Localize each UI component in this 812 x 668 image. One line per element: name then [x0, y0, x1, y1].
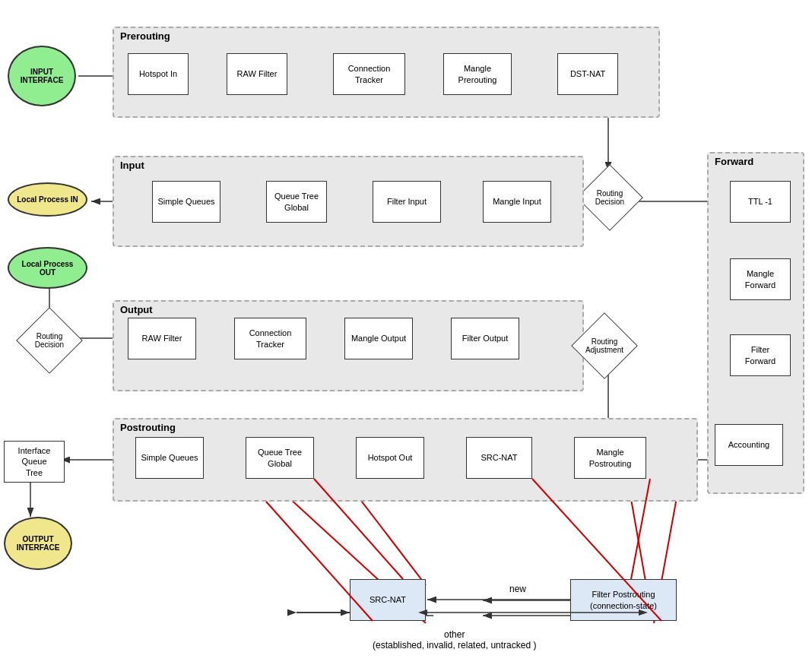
connection-tracker-out-box: Connection Tracker [234, 318, 306, 359]
output-interface-oval: OUTPUT INTERFACE [4, 517, 72, 570]
interface-queue-tree-box: Interface Queue Tree [4, 441, 65, 483]
dst-nat-box: DST-NAT [557, 53, 618, 95]
simple-queues-post-box: Simple Queues [135, 437, 204, 479]
hotspot-in-box: Hotspot In [128, 53, 189, 95]
routing-decision-pre-diamond: Routing Decision [579, 167, 640, 228]
mangle-output-box: Mangle Output [344, 318, 413, 359]
routing-decision-local-label: Routing Decision [35, 332, 64, 349]
local-process-in-oval: Local Process IN [8, 182, 87, 217]
routing-decision-local-diamond: Routing Decision [19, 310, 80, 371]
routing-adjustment-diamond: Routing Adjustment [574, 315, 635, 376]
mangle-prerouting-box: Mangle Prerouting [443, 53, 512, 95]
local-process-out-oval: Local Process OUT [8, 247, 87, 289]
raw-filter-pre-box: RAW Filter [227, 53, 287, 95]
src-nat-post-box: SRC-NAT [466, 437, 532, 479]
raw-filter-out-box: RAW Filter [128, 318, 196, 359]
hotspot-out-box: Hotspot Out [356, 437, 424, 479]
routing-adjustment-label: Routing Adjustment [585, 337, 623, 354]
diagram: INPUT INTERFACE Prerouting Hotspot In RA… [0, 0, 812, 668]
filter-input-box: Filter Input [373, 181, 441, 223]
filter-output-box: Filter Output [451, 318, 519, 359]
input-interface-oval: INPUT INTERFACE [8, 46, 76, 106]
other-label: other(established, invalid, related, unt… [373, 629, 536, 651]
output-label: Output [120, 304, 153, 315]
routing-decision-pre-label: Routing Decision [595, 189, 624, 206]
prerouting-label: Prerouting [120, 30, 170, 42]
forward-label: Forward [715, 156, 753, 167]
filter-postrouting-box: Filter Postrouting (connection-state) [570, 579, 677, 621]
input-label: Input [120, 160, 144, 171]
simple-queues-in-box: Simple Queues [152, 181, 220, 223]
queue-tree-global-post-box: Queue Tree Global [246, 437, 314, 479]
mangle-postrouting-box: Mangle Postrouting [574, 437, 646, 479]
ttl-box: TTL -1 [730, 181, 791, 223]
filter-forward-box: Filter Forward [730, 334, 791, 376]
mangle-forward-box: Mangle Forward [730, 258, 791, 300]
connection-tracker-pre-box: Connection Tracker [333, 53, 405, 95]
postrouting-label: Postrouting [120, 422, 176, 433]
src-nat-bottom-box: SRC-NAT [350, 579, 426, 621]
queue-tree-global-in-box: Queue Tree Global [266, 181, 327, 223]
mangle-input-box: Mangle Input [483, 181, 551, 223]
accounting-box: Accounting [715, 424, 783, 466]
new-label: new [509, 584, 526, 594]
